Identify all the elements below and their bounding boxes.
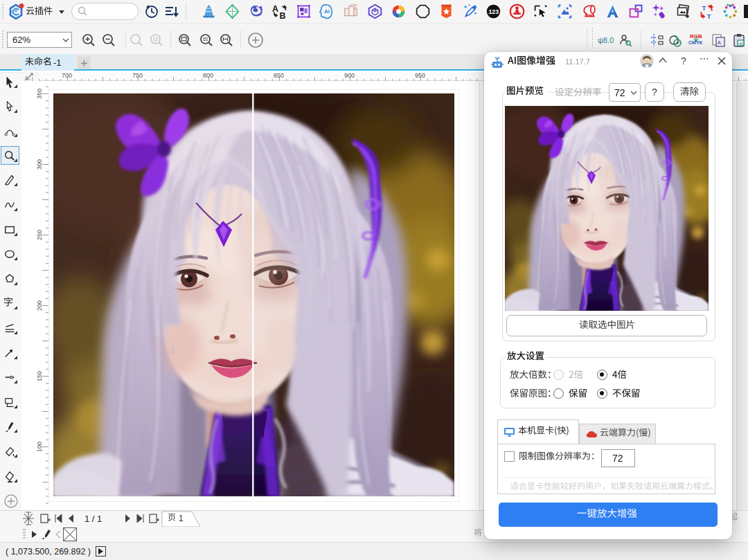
svg-text:AI: AI bbox=[324, 8, 330, 15]
svg-text:300: 300 bbox=[36, 159, 43, 170]
svg-text:350: 350 bbox=[36, 89, 43, 99]
svg-text:150: 150 bbox=[36, 371, 43, 381]
svg-text:T: T bbox=[702, 4, 706, 12]
svg-text:950: 950 bbox=[415, 72, 425, 79]
svg-text:A: A bbox=[272, 4, 278, 14]
svg-text:A: A bbox=[718, 40, 721, 45]
svg-text:T: T bbox=[707, 12, 711, 19]
svg-text:123: 123 bbox=[488, 8, 499, 15]
svg-text:850: 850 bbox=[274, 72, 284, 79]
svg-text:AI: AI bbox=[739, 42, 743, 46]
svg-text:900: 900 bbox=[344, 72, 355, 79]
svg-text:200: 200 bbox=[36, 300, 43, 311]
svg-text:B: B bbox=[280, 11, 286, 19]
svg-text:100: 100 bbox=[36, 442, 43, 452]
svg-text:250: 250 bbox=[36, 230, 43, 240]
svg-text:750: 750 bbox=[132, 72, 143, 79]
svg-text:700: 700 bbox=[62, 72, 72, 79]
svg-text:800: 800 bbox=[203, 72, 213, 79]
